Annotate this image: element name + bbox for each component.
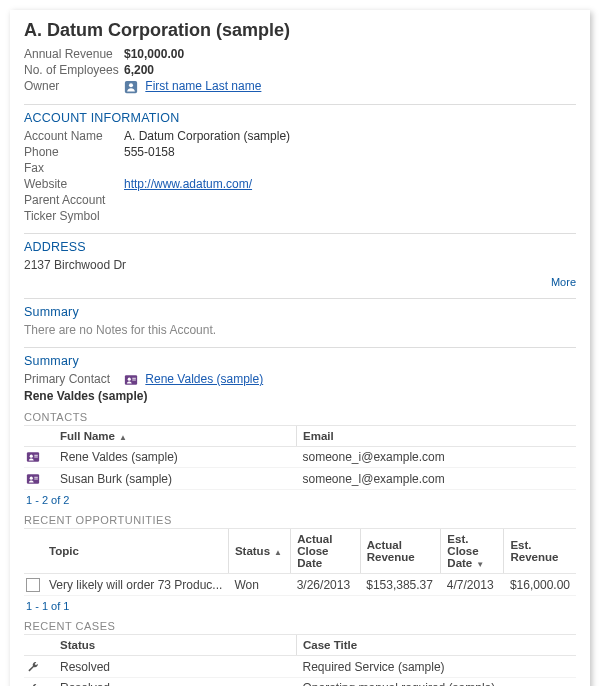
svg-rect-5 — [132, 379, 136, 380]
svg-point-3 — [128, 377, 131, 380]
sort-asc-icon: ▲ — [274, 548, 282, 557]
phone-label: Phone — [24, 145, 124, 159]
contact-card-icon — [26, 472, 40, 486]
address-more-link[interactable]: More — [551, 276, 576, 288]
summary2-heading: Summary — [24, 354, 576, 368]
case-title: Operating manual required (sample) — [297, 677, 577, 686]
checkbox[interactable] — [26, 578, 40, 592]
primary-contact-row: Primary Contact Rene Valdes (sample) — [24, 372, 576, 387]
address-line1: 2137 Birchwood Dr — [24, 258, 576, 272]
contact-email: someone_i@example.com — [297, 446, 577, 468]
opps-pager[interactable]: 1 - 1 of 1 — [26, 600, 576, 612]
svg-rect-13 — [34, 479, 38, 480]
cases-table: Status Case Title ResolvedRequired Servi… — [24, 634, 576, 686]
opps-col-actual-rev[interactable]: Actual Revenue — [360, 529, 441, 574]
opps-col-est-close[interactable]: Est. Close Date▼ — [441, 529, 504, 574]
account-info-heading: ACCOUNT INFORMATION — [24, 111, 576, 125]
svg-rect-8 — [34, 455, 38, 456]
sort-desc-icon: ▼ — [476, 560, 484, 569]
contacts-col-fullname[interactable]: Full Name▲ — [54, 425, 297, 446]
contacts-heading: CONTACTS — [24, 411, 576, 423]
case-status: Resolved — [54, 677, 297, 686]
owner-link[interactable]: First name Last name — [145, 79, 261, 93]
cases-heading: RECENT CASES — [24, 620, 576, 632]
svg-rect-4 — [132, 377, 136, 378]
opps-col-est-rev[interactable]: Est. Revenue — [504, 529, 576, 574]
sort-asc-icon: ▲ — [119, 433, 127, 442]
opps-col-status[interactable]: Status▲ — [228, 529, 290, 574]
owner-row: Owner First name Last name — [24, 79, 576, 94]
cases-col-status[interactable]: Status — [54, 635, 297, 656]
employees-row: No. of Employees 6,200 — [24, 63, 576, 77]
table-row[interactable]: Very likely will order 73 Produc...Won3/… — [24, 574, 576, 596]
opps-heading: RECENT OPPORTUNITIES — [24, 514, 576, 526]
owner-label: Owner — [24, 79, 124, 93]
annual-revenue-value: $10,000.00 — [124, 47, 184, 61]
address-heading: ADDRESS — [24, 240, 576, 254]
table-row[interactable]: Susan Burk (sample)someone_l@example.com — [24, 468, 576, 490]
annual-revenue-label: Annual Revenue — [24, 47, 124, 61]
contact-card-icon — [124, 373, 138, 387]
page-title: A. Datum Corporation (sample) — [24, 20, 576, 41]
contact-email: someone_l@example.com — [297, 468, 577, 490]
case-status: Resolved — [54, 656, 297, 678]
primary-contact-link[interactable]: Rene Valdes (sample) — [145, 372, 263, 386]
svg-point-1 — [129, 83, 133, 87]
opps-col-actual-close[interactable]: Actual Close Date — [291, 529, 361, 574]
contact-card-icon — [26, 450, 40, 464]
opp-status: Won — [228, 574, 290, 596]
phone-value: 555-0158 — [124, 145, 175, 159]
fax-label: Fax — [24, 161, 124, 175]
parent-account-label: Parent Account — [24, 193, 124, 207]
opp-actual-close: 3/26/2013 — [291, 574, 361, 596]
opp-est-rev: $16,000.00 — [504, 574, 576, 596]
summary1-heading: Summary — [24, 305, 576, 319]
opp-topic: Very likely will order 73 Produc... — [43, 574, 228, 596]
wrench-icon — [26, 682, 40, 686]
contact-name: Susan Burk (sample) — [54, 468, 297, 490]
opps-table: Topic Status▲ Actual Close Date Actual R… — [24, 528, 576, 596]
table-row[interactable]: Rene Valdes (sample)someone_i@example.co… — [24, 446, 576, 468]
primary-contact-label: Primary Contact — [24, 372, 124, 386]
table-row[interactable]: ResolvedRequired Service (sample) — [24, 656, 576, 678]
employees-value: 6,200 — [124, 63, 154, 77]
svg-point-7 — [30, 455, 33, 458]
account-name-label: Account Name — [24, 129, 124, 143]
wrench-icon — [26, 660, 40, 674]
no-notes-text: There are no Notes for this Account. — [24, 323, 576, 337]
website-label: Website — [24, 177, 124, 191]
cases-col-title[interactable]: Case Title — [297, 635, 577, 656]
svg-rect-9 — [34, 457, 38, 458]
svg-rect-12 — [34, 477, 38, 478]
contacts-pager[interactable]: 1 - 2 of 2 — [26, 494, 576, 506]
svg-point-11 — [30, 477, 33, 480]
primary-contact-name: Rene Valdes (sample) — [24, 389, 576, 403]
record-card: A. Datum Corporation (sample) Annual Rev… — [10, 10, 590, 686]
opps-col-topic[interactable]: Topic — [43, 529, 228, 574]
opp-est-close: 4/7/2013 — [441, 574, 504, 596]
opp-actual-rev: $153,385.37 — [360, 574, 441, 596]
annual-revenue-row: Annual Revenue $10,000.00 — [24, 47, 576, 61]
table-row[interactable]: ResolvedOperating manual required (sampl… — [24, 677, 576, 686]
case-title: Required Service (sample) — [297, 656, 577, 678]
employees-label: No. of Employees — [24, 63, 124, 77]
person-icon — [124, 80, 138, 94]
account-name-value: A. Datum Corporation (sample) — [124, 129, 290, 143]
contact-name: Rene Valdes (sample) — [54, 446, 297, 468]
contacts-col-email[interactable]: Email — [297, 425, 577, 446]
website-link[interactable]: http://www.adatum.com/ — [124, 177, 252, 191]
contacts-table: Full Name▲ Email Rene Valdes (sample)som… — [24, 425, 576, 491]
ticker-label: Ticker Symbol — [24, 209, 124, 223]
